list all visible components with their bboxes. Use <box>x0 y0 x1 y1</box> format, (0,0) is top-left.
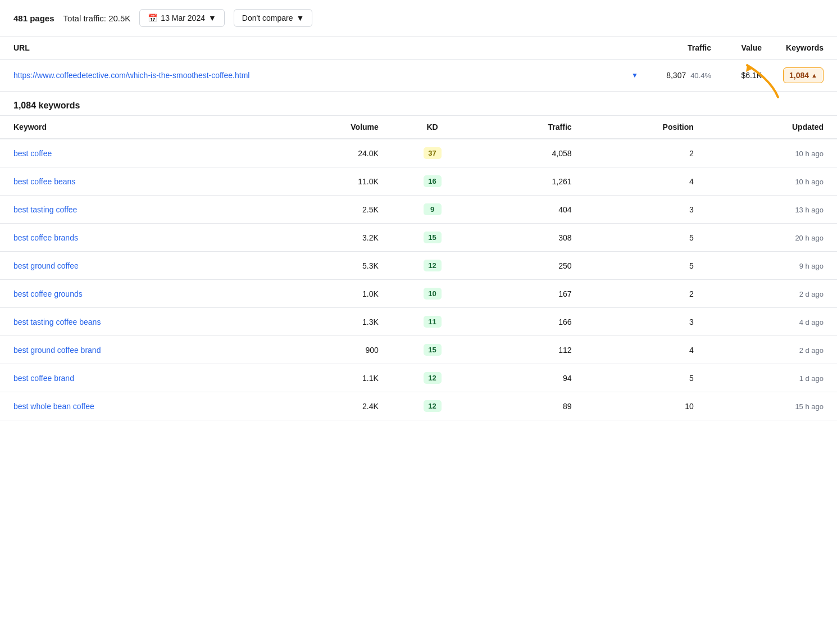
kd-badge: 15 <box>424 232 442 243</box>
traffic-cell: 94 <box>477 364 580 392</box>
updated-cell: 13 h ago <box>703 196 837 224</box>
table-row: best coffee grounds 1.0K 10 167 2 2 d ag… <box>0 280 837 308</box>
volume-cell: 11.0K <box>274 167 388 196</box>
keyword-link[interactable]: best coffee brand <box>13 374 74 383</box>
keyword-col-header: Keyword <box>0 116 274 139</box>
volume-cell: 3.2K <box>274 224 388 252</box>
kd-badge: 10 <box>424 288 442 300</box>
updated-cell: 2 d ago <box>703 280 837 308</box>
position-cell: 2 <box>581 139 703 167</box>
kd-badge: 11 <box>424 316 442 328</box>
updated-cell: 10 h ago <box>703 139 837 167</box>
kd-cell: 15 <box>388 336 477 364</box>
kd-cell: 15 <box>388 224 477 252</box>
keyword-link[interactable]: best tasting coffee beans <box>13 318 101 326</box>
updated-cell: 1 d ago <box>703 364 837 392</box>
keywords-count-title: 1,084 keywords <box>13 101 80 110</box>
keyword-link[interactable]: best coffee brands <box>13 233 78 242</box>
pages-count: 481 pages <box>13 13 54 23</box>
keywords-panel-header: 1,084 keywords <box>0 92 837 116</box>
badge-up-icon: ▲ <box>811 72 817 79</box>
keyword-cell: best coffee beans <box>0 167 274 196</box>
position-cell: 4 <box>581 336 703 364</box>
url-link[interactable]: https://www.coffeedetective.com/which-is… <box>13 71 629 80</box>
table-row: best coffee brands 3.2K 15 308 5 20 h ag… <box>0 224 837 252</box>
kd-cell: 12 <box>388 364 477 392</box>
updated-cell: 10 h ago <box>703 167 837 196</box>
keywords-count-badge[interactable]: 1,084 ▲ <box>783 67 824 83</box>
keyword-link[interactable]: best whole bean coffee <box>13 402 94 411</box>
keyword-cell: best coffee brand <box>0 364 274 392</box>
position-cell: 5 <box>581 224 703 252</box>
updated-cell: 9 h ago <box>703 252 837 280</box>
traffic-cell: 89 <box>477 392 580 420</box>
volume-cell: 1.3K <box>274 308 388 336</box>
volume-cell: 900 <box>274 336 388 364</box>
kd-badge: 12 <box>424 260 442 271</box>
kd-cell: 16 <box>388 167 477 196</box>
keyword-cell: best tasting coffee beans <box>0 308 274 336</box>
badge-count: 1,084 <box>789 71 809 80</box>
traffic-cell: 167 <box>477 280 580 308</box>
table-row: best whole bean coffee 2.4K 12 89 10 15 … <box>0 392 837 420</box>
url-table-header: URL Traffic Value Keywords <box>0 37 837 60</box>
traffic-cell: 308 <box>477 224 580 252</box>
keyword-link[interactable]: best ground coffee <box>13 261 79 270</box>
volume-cell: 2.5K <box>274 196 388 224</box>
keywords-badge-container: 1,084 ▲ <box>762 67 824 83</box>
kd-cell: 9 <box>388 196 477 224</box>
position-cell: 3 <box>581 196 703 224</box>
keyword-link[interactable]: best coffee beans <box>13 177 75 186</box>
kd-cell: 11 <box>388 308 477 336</box>
keyword-cell: best ground coffee brand <box>0 336 274 364</box>
calendar-icon: 📅 <box>148 13 157 22</box>
date-picker-button[interactable]: 📅 13 Mar 2024 ▼ <box>139 9 224 27</box>
kd-cell: 12 <box>388 252 477 280</box>
position-col-header: Position <box>581 116 703 139</box>
volume-col-header: Volume <box>274 116 388 139</box>
updated-cell: 20 h ago <box>703 224 837 252</box>
updated-cell: 15 h ago <box>703 392 837 420</box>
volume-cell: 1.1K <box>274 364 388 392</box>
kd-badge: 12 <box>424 372 442 384</box>
keyword-link[interactable]: best tasting coffee <box>13 205 77 214</box>
total-traffic: Total traffic: 20.5K <box>63 13 131 23</box>
volume-cell: 24.0K <box>274 139 388 167</box>
keyword-cell: best ground coffee <box>0 252 274 280</box>
dropdown-arrow-icon[interactable]: ▼ <box>631 71 638 79</box>
keyword-link[interactable]: best coffee <box>13 149 52 158</box>
compare-button[interactable]: Don't compare ▼ <box>234 9 312 27</box>
chevron-down-icon: ▼ <box>208 13 216 22</box>
url-value: $6.1K <box>711 71 762 80</box>
kd-badge: 16 <box>424 175 442 187</box>
updated-cell: 4 d ago <box>703 308 837 336</box>
position-cell: 5 <box>581 252 703 280</box>
kd-badge: 12 <box>424 400 442 412</box>
traffic-cell: 112 <box>477 336 580 364</box>
table-row: best tasting coffee 2.5K 9 404 3 13 h ag… <box>0 196 837 224</box>
kd-badge: 37 <box>424 147 442 159</box>
kd-col-header: KD <box>388 116 477 139</box>
url-row: https://www.coffeedetective.com/which-is… <box>0 60 837 92</box>
kd-cell: 12 <box>388 392 477 420</box>
chevron-down-icon-compare: ▼ <box>296 13 304 22</box>
traffic-column-header: Traffic <box>638 43 711 52</box>
date-label: 13 Mar 2024 <box>161 13 205 22</box>
position-cell: 2 <box>581 280 703 308</box>
kd-cell: 10 <box>388 280 477 308</box>
keyword-cell: best tasting coffee <box>0 196 274 224</box>
traffic-col-header: Traffic <box>477 116 580 139</box>
keyword-cell: best coffee <box>0 139 274 167</box>
keyword-link[interactable]: best ground coffee brand <box>13 346 101 355</box>
keywords-table-header-row: Keyword Volume KD Traffic Position Updat… <box>0 116 837 139</box>
keyword-cell: best whole bean coffee <box>0 392 274 420</box>
value-column-header: Value <box>711 43 762 52</box>
table-row: best coffee brand 1.1K 12 94 5 1 d ago <box>0 364 837 392</box>
keyword-cell: best coffee grounds <box>0 280 274 308</box>
table-row: best ground coffee brand 900 15 112 4 2 … <box>0 336 837 364</box>
url-traffic-value: 8,307 40.4% <box>638 71 711 80</box>
keywords-table: Keyword Volume KD Traffic Position Updat… <box>0 116 837 420</box>
traffic-cell: 4,058 <box>477 139 580 167</box>
table-row: best ground coffee 5.3K 12 250 5 9 h ago <box>0 252 837 280</box>
keyword-link[interactable]: best coffee grounds <box>13 289 83 298</box>
